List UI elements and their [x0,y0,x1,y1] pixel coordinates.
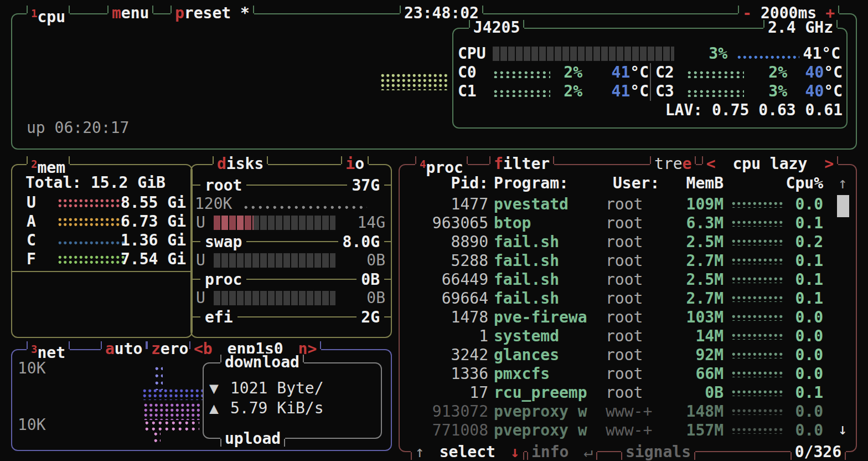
sort-mode: cpu lazy [732,155,807,173]
process-mem: 14M [660,327,724,346]
process-row[interactable]: 8890 fail.sh root 2.5M 0.2 [400,233,856,252]
disk-efi-header: efi2G [192,308,391,326]
process-pid: 8890 [411,233,488,252]
select-down-icon[interactable]: ↓ [510,443,520,461]
process-cpu-percent: 0.0 [782,308,823,327]
scroll-up-icon[interactable]: ↑ [838,174,848,193]
process-row[interactable]: 771008 pveproxy w www-+ 157M 0.0 [400,421,856,440]
process-pid: 1 [411,327,488,346]
disks-toggle[interactable]: disks [213,155,268,173]
process-cpu-percent: 0.0 [782,327,823,346]
process-mem: 92M [660,346,724,365]
process-cpu-percent: 0.0 [782,365,823,383]
uptime: up 06:20:17 [27,119,129,137]
process-row[interactable]: 3242 glances root 92M 0.0 [400,346,856,365]
cpu-total-percent: 3% [688,44,727,63]
process-pid: 5288 [411,252,488,270]
process-name: fail.sh [494,233,610,252]
load-average: LAV: 0.75 0.63 0.61 [642,101,843,120]
process-cpu-percent: 0.0 [782,195,823,214]
select-up-icon[interactable]: ↑ [415,443,425,461]
sort-prev-button[interactable]: < [706,155,716,173]
tree-button[interactable]: tree [650,155,696,173]
col-cpu[interactable]: Cpu% [760,174,823,193]
enter-key-icon: ↵ [583,443,593,461]
process-pid: 17 [411,383,488,402]
net-zero-button[interactable]: zero [147,340,193,358]
process-row[interactable]: 5288 fail.sh root 2.7M 0.1 [400,252,856,270]
interval-decrease-button[interactable]: - [742,4,752,22]
cpu-total-meter [493,47,674,61]
cpu-usage-graph [381,74,447,90]
process-cpu-graph [732,352,783,358]
process-mem: 66M [660,365,724,383]
process-name: pvestatd [494,195,610,214]
sort-selector[interactable]: < cpu lazy > [702,155,838,173]
process-cpu-graph [732,258,783,264]
cpu-box-toggle[interactable]: 1cpu [27,4,70,22]
process-pid: 1478 [411,308,488,327]
cpu-total-row: CPU 3% 41°C [453,44,844,63]
process-cpu-graph [732,409,783,415]
process-row[interactable]: 913072 pveproxy w www-+ 148M 0.0 [400,402,856,421]
iface-prev-button[interactable]: <b [194,340,213,358]
process-cpu-percent: 0.0 [782,421,823,440]
col-pid[interactable]: Pid: [411,174,488,193]
process-row[interactable]: 963065 btop root 6.3M 0.1 [400,214,856,233]
col-user[interactable]: User: [613,174,659,193]
process-cpu-graph [732,428,783,434]
process-cpu-graph [732,371,783,377]
process-cpu-graph [732,202,783,208]
net-speed-panel: download upload ▼ 1021 Byte/ ▲ 5.79 KiB/… [203,362,382,439]
io-mode-toggle[interactable]: io [341,155,369,173]
preset-button[interactable]: preset * [170,4,254,22]
mem-divider [12,271,192,272]
process-name: systemd [494,327,610,346]
signals-button[interactable]: signals [621,443,695,461]
net-auto-button[interactable]: auto [101,340,147,358]
process-row[interactable]: 1 systemd root 14M 0.0 [400,327,856,346]
process-row[interactable]: 1336 pmxcfs root 66M 0.0 [400,365,856,383]
process-mem: 2.7M [660,289,724,308]
mem-row-used: U 8.55 Gi [12,193,189,212]
process-name: btop [494,214,610,233]
col-program[interactable]: Program: [494,174,569,193]
net-box-toggle[interactable]: 3net [27,340,70,358]
select-control[interactable]: ↑ select ↓ [411,443,524,461]
disk-root-used-row: U 14G [192,213,389,232]
cpu-box: 1cpu menu preset * 23:48:02 -2000ms+ up … [11,13,857,150]
cpu-model: J4205 [469,19,524,37]
sort-next-button[interactable]: > [824,155,834,173]
col-mem[interactable]: MemB [660,174,724,193]
process-name: fail.sh [494,252,610,270]
proc-box: 4proc filter tree < cpu lazy > Pid: Prog… [399,164,857,452]
process-cpu-percent: 0.0 [782,402,823,421]
process-mem: 109M [660,195,724,214]
process-mem: 0B [660,383,724,402]
process-name: pveproxy w [494,402,610,421]
mem-free-graph [58,255,125,265]
process-cpu-percent: 0.1 [782,252,823,270]
process-cpu-percent: 0.1 [782,289,823,308]
filter-button[interactable]: filter [489,155,554,173]
process-pid: 963065 [411,214,488,233]
mem-box: 2mem Total: 15.2 GiB U 8.55 Gi A 6.73 Gi… [11,164,193,338]
disk-proc-used-row: U 0B [192,289,389,308]
process-cpu-graph [732,277,783,283]
process-row[interactable]: 1477 pvestatd root 109M 0.0 [400,195,856,214]
menu-button[interactable]: menu [107,4,153,22]
mem-box-toggle[interactable]: 2mem [27,155,70,173]
proc-box-toggle[interactable]: 4proc [415,155,468,173]
process-row[interactable]: 69664 fail.sh root 2.7M 0.1 [400,289,856,308]
process-cpu-percent: 0.1 [782,383,823,402]
disk-root-meter [214,216,335,230]
net-upload-spike [154,432,161,445]
disk-swap-meter [214,253,335,268]
process-row[interactable]: 1478 pve-firewa root 103M 0.0 [400,308,856,327]
process-row[interactable]: 17 rcu_preemp root 0B 0.1 [400,383,856,402]
process-name: pveproxy w [494,421,610,440]
process-mem: 103M [660,308,724,327]
info-button[interactable]: info ↵ [527,443,597,461]
process-row[interactable]: 66449 fail.sh root 2.5M 0.1 [400,270,856,289]
process-pid: 1336 [411,365,488,383]
